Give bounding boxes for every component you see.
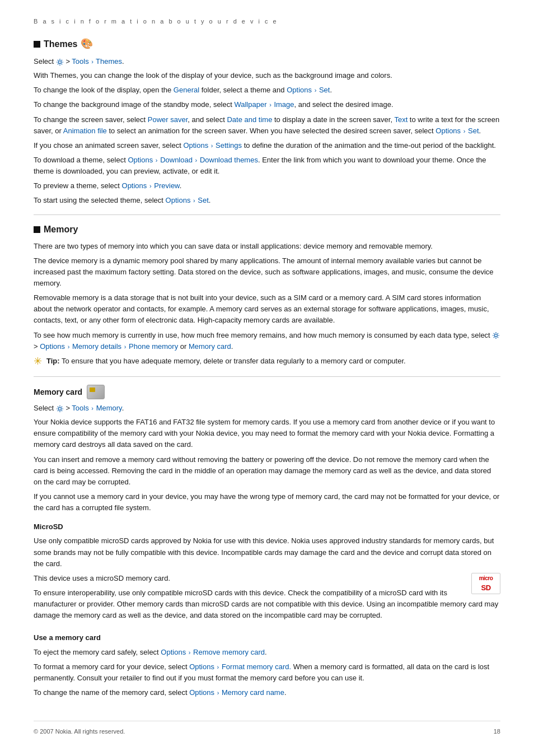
use-p1: To eject the memory card safely, select … <box>34 647 500 658</box>
themes-options1-link[interactable]: Options <box>287 86 312 94</box>
divider-1 <box>34 214 500 215</box>
use-memory-title: Use a memory card <box>34 632 500 643</box>
themes-set3-link[interactable]: Set <box>198 196 209 204</box>
svg-point-1 <box>495 334 498 337</box>
memory-details-link[interactable]: Memory details <box>72 342 121 351</box>
memcard-p3: If you cannot use a memory card in your … <box>34 491 500 514</box>
microsd-p2: This device uses a microSD memory card. <box>34 573 500 584</box>
themes-datetime-link[interactable]: Date and time <box>227 115 272 124</box>
use-formatmemory-link[interactable]: Format memory card. <box>222 662 291 671</box>
page-number: 18 <box>494 727 500 736</box>
tip-icon: ✳ <box>34 354 42 368</box>
memory-card-section: Memory card Select > Tools › Memory. You… <box>34 385 500 698</box>
themes-text-link[interactable]: Text <box>394 115 407 124</box>
themes-options3-link[interactable]: Options <box>183 141 208 150</box>
page-header: B a s i c i n f o r m a t i o n a b o u … <box>34 17 500 26</box>
themes-title-text: Themes <box>44 38 77 51</box>
themes-themes-link[interactable]: Themes <box>96 57 122 66</box>
use-options1-link[interactable]: Options <box>161 648 186 656</box>
themes-preview-link[interactable]: Preview <box>154 181 180 190</box>
themes-options5-link[interactable]: Options <box>122 181 147 190</box>
copyright-text: © 2007 Nokia. All rights reserved. <box>34 727 125 736</box>
microsd-logo: micro SD <box>471 573 500 594</box>
memory-phonememory-link[interactable]: Phone memory <box>129 342 178 351</box>
memory-card-title: Memory card <box>34 385 500 399</box>
themes-decoration-icon: 🎨 <box>81 36 93 52</box>
svg-point-2 <box>58 407 61 410</box>
memcard-memory-link[interactable]: Memory <box>96 404 122 412</box>
themes-p6: To download a theme, select Options › Do… <box>34 155 500 177</box>
memcard-select-line: Select > Tools › Memory. <box>34 403 500 414</box>
microsd-subsection: MicroSD Use only compatible microSD card… <box>34 521 500 624</box>
breadcrumb-text: B a s i c i n f o r m a t i o n a b o u … <box>34 17 500 26</box>
page-footer: © 2007 Nokia. All rights reserved. 18 <box>34 721 500 736</box>
themes-p8: To start using the selected theme, selec… <box>34 195 500 206</box>
use-options2-link[interactable]: Options <box>189 662 214 671</box>
memory-card-title-text: Memory card <box>34 386 82 398</box>
themes-p5: If you chose an animated screen saver, s… <box>34 140 500 151</box>
memory-p2: The device memory is a dynamic memory po… <box>34 255 500 289</box>
themes-p4: To change the screen saver, select Power… <box>34 114 500 137</box>
themes-section: Themes 🎨 Select > Tools › Themes. With T… <box>34 36 500 207</box>
themes-download-link[interactable]: Download <box>160 156 193 164</box>
gear-icon-memory <box>492 332 500 339</box>
memcard-p1: Your Nokia device supports the FAT16 and… <box>34 417 500 450</box>
themes-wallpaper-link[interactable]: Wallpaper <box>234 100 266 109</box>
use-p2: To format a memory card for your device,… <box>34 661 500 684</box>
microsd-p3: To ensure interoperability, use only com… <box>34 587 500 621</box>
gear-icon-memcard <box>56 405 64 413</box>
use-options3-link[interactable]: Options <box>189 688 214 697</box>
memory-p1: There are two types of memory into which… <box>34 241 500 252</box>
memory-p3: Removable memory is a data storage that … <box>34 292 500 326</box>
themes-options2-link[interactable]: Options <box>435 127 461 135</box>
themes-set2-link[interactable]: Set <box>468 127 479 135</box>
themes-square-icon <box>34 41 40 48</box>
memcard-tools-link[interactable]: Tools <box>72 404 88 412</box>
memory-p4: To see how much memory is currently in u… <box>34 330 500 352</box>
themes-image-link[interactable]: Image <box>274 100 294 109</box>
themes-title: Themes 🎨 <box>34 36 500 52</box>
themes-general-link[interactable]: General <box>174 86 199 94</box>
themes-options6-link[interactable]: Options <box>166 196 191 204</box>
memory-memorycard-link[interactable]: Memory card <box>189 342 231 351</box>
themes-p1: With Themes, you can change the look of … <box>34 70 500 81</box>
use-memcardname-link[interactable]: Memory card name <box>222 688 284 697</box>
themes-animationfile-link[interactable]: Animation file <box>63 127 107 135</box>
themes-powersaver-link[interactable]: Power saver <box>148 115 188 124</box>
themes-p2: To change the look of the display, open … <box>34 85 500 96</box>
tip-row: ✳ Tip: To ensure that you have adequate … <box>34 356 500 368</box>
memory-card-image <box>87 385 105 399</box>
gear-icon-themes <box>56 58 64 66</box>
memory-section: Memory There are two types of memory int… <box>34 223 500 368</box>
tip-text: Tip: To ensure that you have adequate me… <box>46 356 406 367</box>
themes-select-line: Select > Tools › Themes. <box>34 56 500 67</box>
themes-set1-link[interactable]: Set <box>319 86 330 94</box>
memory-square-icon <box>34 226 40 233</box>
use-memory-subsection: Use a memory card To eject the memory ca… <box>34 632 500 698</box>
memory-title: Memory <box>34 223 500 236</box>
themes-p7: To preview a theme, select Options › Pre… <box>34 180 500 192</box>
microsd-title: MicroSD <box>34 521 500 533</box>
themes-tools-link[interactable]: Tools <box>72 57 88 66</box>
themes-options4-link[interactable]: Options <box>128 156 153 164</box>
themes-downloadthemes-link[interactable]: Download themes <box>200 156 258 164</box>
memcard-p2: You can insert and remove a memory card … <box>34 454 500 488</box>
themes-settings-link[interactable]: Settings <box>216 141 242 150</box>
use-removememory-link[interactable]: Remove memory card <box>193 648 265 656</box>
memory-title-text: Memory <box>44 223 78 236</box>
use-p3: To change the name of the memory card, s… <box>34 687 500 698</box>
microsd-float-wrapper: micro SD This device uses a microSD memo… <box>34 573 500 625</box>
memory-options-link[interactable]: Options <box>40 342 65 351</box>
themes-p3: To change the background image of the st… <box>34 99 500 110</box>
divider-2 <box>34 376 500 377</box>
svg-point-0 <box>58 60 61 63</box>
microsd-p1: Use only compatible microSD cards approv… <box>34 535 500 569</box>
